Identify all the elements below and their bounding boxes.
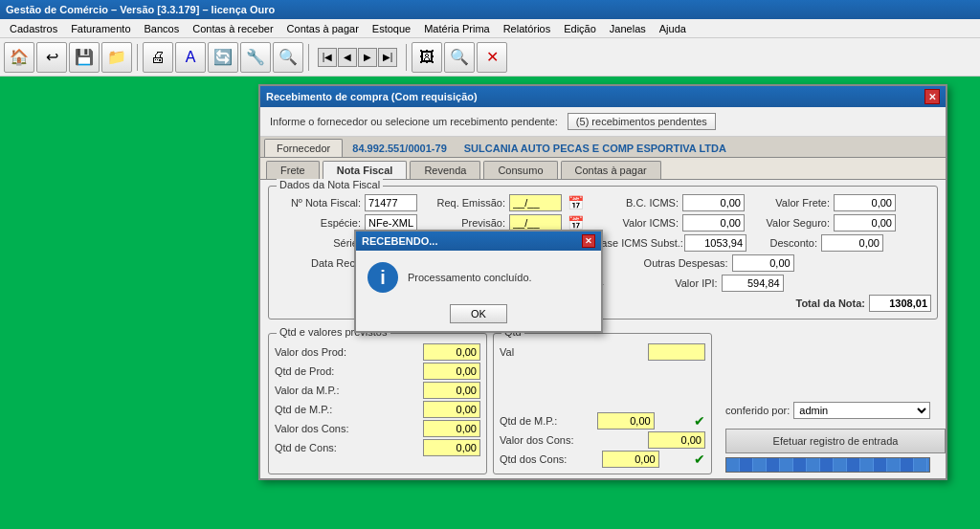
data-rec-label: Data Rec.: (275, 257, 361, 269)
progress-seg-13 (887, 458, 901, 472)
val-label: Val (500, 346, 514, 358)
desconto-label: Desconto: (760, 237, 817, 249)
dialog-ok-btn[interactable]: OK (450, 304, 507, 323)
menu-contas-receber[interactable]: Contas à receber (187, 21, 278, 36)
menu-edicao[interactable]: Edição (558, 21, 602, 36)
menu-janelas[interactable]: Janelas (604, 21, 652, 36)
menu-bar: Cadastros Faturamento Bancos Contas à re… (0, 19, 980, 38)
efetuar-btn[interactable]: Efetuar registro de entrada (725, 429, 946, 453)
toolbar-print-btn[interactable]: 🖨 (143, 42, 173, 73)
valor-icms-input[interactable] (682, 214, 745, 231)
req-emissao-calendar-icon[interactable]: 📅 (568, 195, 584, 210)
toolbar-font-btn[interactable]: A (175, 42, 206, 73)
qty-real-section: Qtd Val Qtd de M.P.: ✔ Valor dos Cons: Q… (493, 333, 712, 474)
valor-cons-input[interactable] (423, 420, 480, 437)
toolbar-refresh-btn[interactable]: 🔄 (208, 42, 238, 73)
menu-ajuda[interactable]: Ajuda (654, 21, 692, 36)
toolbar-search-btn[interactable]: 🔍 (273, 42, 303, 73)
spacer (500, 363, 705, 412)
title-bar: Gestão de Comércio – Versão [3.3.179] – … (0, 0, 980, 19)
toolbar-home-btn[interactable]: 🏠 (4, 42, 34, 73)
outras-desp-input[interactable] (732, 254, 794, 272)
provider-header: Informe o fornecedor ou selecione um rec… (260, 107, 946, 137)
menu-bancos[interactable]: Bancos (139, 21, 186, 36)
tab-cnpj: 84.992.551/0001-79 (345, 139, 454, 157)
tab-fornecedor[interactable]: Fornecedor (264, 139, 343, 157)
valor-prod-input[interactable] (423, 343, 480, 361)
window-close-btn[interactable]: ✕ (924, 89, 940, 104)
serie-label: Série: (275, 237, 361, 249)
progress-seg-6 (793, 458, 807, 472)
toolbar-close-btn[interactable]: ✕ (477, 42, 507, 73)
toolbar-back-btn[interactable]: ↩ (36, 42, 67, 73)
valor-mp-input[interactable] (423, 382, 480, 399)
conferido-select[interactable]: admin (793, 402, 930, 419)
qtd-cons-real-input[interactable] (602, 451, 659, 468)
valor-cons-real-input[interactable] (648, 431, 705, 449)
toolbar-save-btn[interactable]: 💾 (69, 42, 100, 73)
menu-relatorios[interactable]: Relatórios (498, 21, 557, 36)
toolbar-zoom-btn[interactable]: 🔍 (444, 42, 475, 73)
nota-fiscal-input[interactable] (365, 194, 417, 211)
valor-seguro-input[interactable] (834, 214, 896, 231)
nav-first-btn[interactable]: |◀ (318, 48, 337, 67)
menu-estoque[interactable]: Estoque (367, 21, 416, 36)
toolbar-folder-btn[interactable]: 📁 (101, 42, 132, 73)
valor-ipi-input[interactable] (722, 275, 784, 292)
base-icms-subst-label: Base ICMS Subst.: (594, 237, 680, 249)
especie-label: Espécie: (275, 217, 361, 229)
qtd-prod-input[interactable] (423, 363, 480, 380)
val-input[interactable] (648, 343, 705, 361)
dialog-info-icon: i (368, 262, 398, 293)
progress-seg-7 (807, 458, 820, 472)
valor-frete-input[interactable] (834, 194, 896, 211)
conferido-row: conferido por: admin (718, 398, 938, 423)
tab-revenda[interactable]: Revenda (410, 161, 480, 179)
previsao-calendar-icon[interactable]: 📅 (568, 215, 584, 231)
qtd-cons-input[interactable] (423, 439, 480, 456)
bottom-section: Qtd e valores previstos Valor dos Prod: … (260, 329, 946, 478)
nav-prev-btn[interactable]: ◀ (338, 48, 357, 67)
qtd-mp-input[interactable] (423, 401, 480, 418)
window-title-bar: Recebimento de compra (Com requisição) ✕ (260, 86, 946, 107)
toolbar: 🏠 ↩ 💾 📁 🖨 A 🔄 🔧 🔍 |◀ ◀ ▶ ▶| 🖼 🔍 ✕ (0, 38, 980, 77)
valor-ipi-label: Valor IPI: (656, 277, 718, 289)
menu-faturamento[interactable]: Faturamento (65, 21, 136, 36)
previsao-label: Previsão: (431, 217, 505, 229)
progress-seg-12 (874, 458, 887, 472)
valor-mp-label: Valor da M.P.: (275, 385, 339, 396)
toolbar-img-btn[interactable]: 🖼 (412, 42, 442, 73)
menu-materia-prima[interactable]: Matéria Prima (418, 21, 495, 36)
total-nota-label: Total da Nota: (779, 298, 865, 309)
toolbar-sep3 (406, 44, 407, 71)
progress-seg-10 (847, 458, 860, 472)
req-emissao-label: Req. Emissão: (431, 197, 505, 209)
dialog-title: RECEBENDO... (362, 235, 437, 247)
qtd-cons-label: Qtd de Cons: (275, 442, 337, 453)
tab-frete[interactable]: Frete (266, 161, 320, 179)
base-icms-subst-input[interactable] (684, 234, 746, 252)
qty-real-row-1: Val (500, 343, 705, 361)
menu-cadastros[interactable]: Cadastros (4, 21, 63, 36)
pending-btn[interactable]: (5) recebimentos pendentes (568, 113, 716, 130)
qty-real-row-2: Qtd de M.P.: ✔ (500, 412, 705, 430)
req-emissao-input[interactable] (509, 194, 562, 211)
qtd-cons-real-label: Qtd dos Cons: (500, 453, 567, 465)
total-nota-input[interactable] (869, 295, 931, 312)
tab-nota-fiscal[interactable]: Nota Fiscal (323, 161, 408, 179)
desconto-input[interactable] (821, 234, 883, 252)
menu-contas-pagar[interactable]: Contas à pagar (281, 21, 365, 36)
bc-icms-input[interactable] (682, 194, 745, 211)
nav-next-btn[interactable]: ▶ (358, 48, 377, 67)
nav-last-btn[interactable]: ▶| (378, 48, 397, 67)
progress-seg-2 (740, 458, 753, 472)
dialog-message: Processamento concluído. (408, 272, 532, 283)
qty-row-6: Qtd de Cons: (275, 439, 480, 456)
tab-contas-pagar[interactable]: Contas à pagar (561, 161, 661, 179)
tab-consumo[interactable]: Consumo (483, 161, 557, 179)
dialog-close-btn[interactable]: ✕ (582, 234, 595, 248)
right-bottom: conferido por: admin Efetuar registro de… (718, 333, 938, 474)
progress-seg-1 (726, 458, 740, 472)
qtd-mp-real-input[interactable] (597, 412, 655, 430)
toolbar-tools-btn[interactable]: 🔧 (240, 42, 271, 73)
